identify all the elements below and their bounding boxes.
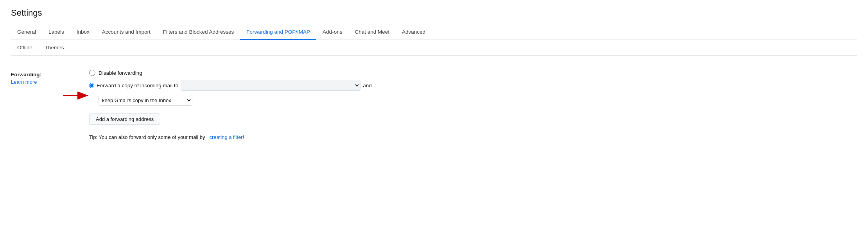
forwarding-section: Forwarding: Learn more Disable forwardin… — [11, 65, 857, 145]
creating-filter-link[interactable]: creating a filter! — [209, 134, 244, 140]
tab-inbox[interactable]: Inbox — [70, 25, 96, 40]
disable-forwarding-row: Disable forwarding — [89, 70, 857, 76]
forwarding-label-col: Forwarding: Learn more — [11, 70, 89, 85]
page-title: Settings — [11, 8, 857, 18]
tab-labels[interactable]: Labels — [42, 25, 70, 40]
arrow-indicator — [62, 88, 93, 104]
tab-general[interactable]: General — [11, 25, 42, 40]
forward-copy-radio[interactable] — [89, 83, 94, 88]
tabs-row-1: General Labels Inbox Accounts and Import… — [11, 25, 857, 40]
disable-forwarding-radio[interactable] — [89, 70, 95, 76]
forwarding-options: Disable forwarding — [89, 70, 857, 140]
settings-content: Forwarding: Learn more Disable forwardin… — [11, 56, 857, 145]
forwarding-label: Forwarding: — [11, 72, 41, 77]
forward-copy-row: Forward a copy of incoming mail to and — [89, 80, 857, 91]
keep-copy-row: keep Gmail's copy in the Inbox mark Gmai… — [99, 95, 857, 106]
tab-chat-meet[interactable]: Chat and Meet — [348, 25, 396, 40]
and-label: and — [363, 83, 372, 88]
tab-filters-blocked[interactable]: Filters and Blocked Addresses — [157, 25, 240, 40]
tab-themes[interactable]: Themes — [39, 41, 70, 56]
tip-text-static: Tip: You can also forward only some of y… — [89, 134, 205, 140]
forward-email-select[interactable] — [181, 80, 360, 91]
tab-accounts-import[interactable]: Accounts and Import — [96, 25, 157, 40]
tab-forwarding-pop-imap[interactable]: Forwarding and POP/IMAP — [240, 25, 316, 40]
tab-advanced[interactable]: Advanced — [396, 25, 432, 40]
disable-forwarding-label: Disable forwarding — [99, 70, 142, 76]
tabs-row-2: Offline Themes — [11, 40, 857, 56]
add-forwarding-address-button[interactable]: Add a forwarding address — [89, 114, 160, 125]
forward-copy-label: Forward a copy of incoming mail to — [97, 83, 178, 88]
tab-add-ons[interactable]: Add-ons — [316, 25, 348, 40]
tab-offline[interactable]: Offline — [11, 41, 39, 56]
tip-row: Tip: You can also forward only some of y… — [89, 134, 857, 140]
learn-more-link[interactable]: Learn more — [11, 79, 80, 85]
keep-copy-select[interactable]: keep Gmail's copy in the Inbox mark Gmai… — [99, 95, 192, 106]
